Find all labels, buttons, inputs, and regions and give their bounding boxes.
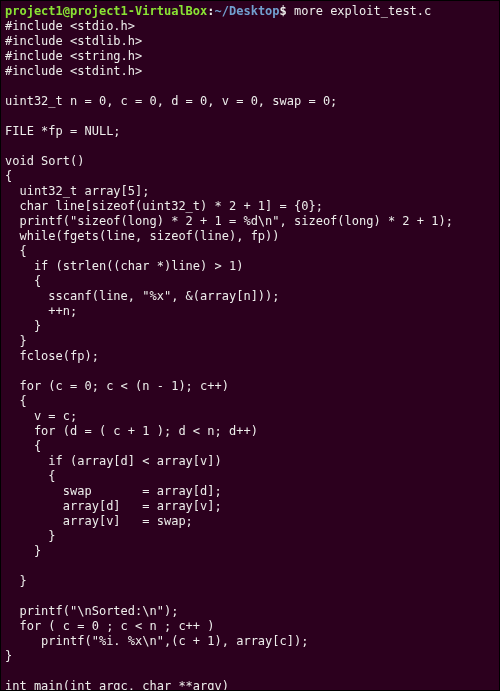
- code-line: {: [5, 394, 495, 409]
- code-line: printf("%i. %x\n",(c + 1), array[c]);: [5, 634, 495, 649]
- code-line: while(fgets(line, sizeof(line), fp)): [5, 229, 495, 244]
- code-line: [5, 664, 495, 679]
- code-line: }: [5, 319, 495, 334]
- code-line: printf("\nSorted:\n");: [5, 604, 495, 619]
- prompt-line-1: project1@project1-VirtualBox:~/Desktop$ …: [5, 4, 495, 19]
- code-line: #include <stdint.h>: [5, 64, 495, 79]
- code-line: v = c;: [5, 409, 495, 424]
- code-line: #include <stdio.h>: [5, 19, 495, 34]
- code-line: }: [5, 529, 495, 544]
- prompt-sep: :: [207, 4, 214, 18]
- code-line: for (d = ( c + 1 ); d < n; d++): [5, 424, 495, 439]
- command-text: more exploit_test.c: [294, 4, 431, 18]
- code-line: [5, 79, 495, 94]
- prompt-dollar: $: [280, 4, 294, 18]
- code-line: {: [5, 439, 495, 454]
- code-line: uint32_t n = 0, c = 0, d = 0, v = 0, swa…: [5, 94, 495, 109]
- code-line: swap = array[d];: [5, 484, 495, 499]
- code-line: array[v] = swap;: [5, 514, 495, 529]
- code-line: {: [5, 469, 495, 484]
- code-line: if (strlen((char *)line) > 1): [5, 259, 495, 274]
- code-output: #include <stdio.h>#include <stdlib.h>#in…: [5, 19, 495, 691]
- code-line: fclose(fp);: [5, 349, 495, 364]
- prompt-path: ~/Desktop: [215, 4, 280, 18]
- code-line: printf("sizeof(long) * 2 + 1 = %d\n", si…: [5, 214, 495, 229]
- code-line: [5, 589, 495, 604]
- code-line: #include <string.h>: [5, 49, 495, 64]
- code-line: }: [5, 544, 495, 559]
- code-line: }: [5, 574, 495, 589]
- code-line: [5, 139, 495, 154]
- code-line: for (c = 0; c < (n - 1); c++): [5, 379, 495, 394]
- code-line: [5, 559, 495, 574]
- code-line: uint32_t array[5];: [5, 184, 495, 199]
- code-line: void Sort(): [5, 154, 495, 169]
- code-line: if (array[d] < array[v]): [5, 454, 495, 469]
- code-line: }: [5, 334, 495, 349]
- code-line: {: [5, 244, 495, 259]
- code-line: for ( c = 0 ; c < n ; c++ ): [5, 619, 495, 634]
- code-line: sscanf(line, "%x", &(array[n]));: [5, 289, 495, 304]
- code-line: {: [5, 169, 495, 184]
- code-line: ++n;: [5, 304, 495, 319]
- code-line: }: [5, 649, 495, 664]
- code-line: array[d] = array[v];: [5, 499, 495, 514]
- code-line: int main(int argc, char **argv): [5, 679, 495, 691]
- code-line: FILE *fp = NULL;: [5, 124, 495, 139]
- code-line: [5, 109, 495, 124]
- code-line: {: [5, 274, 495, 289]
- code-line: char line[sizeof(uint32_t) * 2 + 1] = {0…: [5, 199, 495, 214]
- code-line: #include <stdlib.h>: [5, 34, 495, 49]
- prompt-user: project1@project1-VirtualBox: [5, 4, 207, 18]
- code-line: [5, 364, 495, 379]
